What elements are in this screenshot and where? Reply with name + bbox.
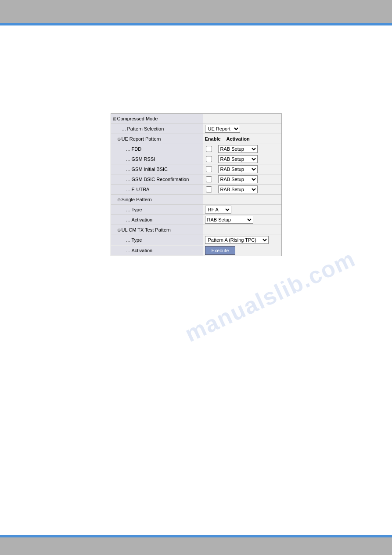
gsm-bsic-reconf-value-cell: RAB Setup Immediate None bbox=[203, 174, 281, 184]
gsm-initial-bsic-enable-col bbox=[205, 166, 213, 172]
ul-cm-tx-label: ⊝ UL CM TX Test Pattern bbox=[111, 225, 203, 235]
single-type-value-cell: RF A RF B bbox=[203, 205, 281, 214]
ue-report-pattern-label: ⊝ UE Report Pattern bbox=[111, 134, 203, 144]
execute-button[interactable]: Execute bbox=[205, 246, 236, 255]
gsm-rssi-enable-col bbox=[205, 156, 213, 162]
fdd-activation-select[interactable]: RAB Setup Immediate None bbox=[218, 145, 258, 153]
gsm-initial-bsic-label: … GSM Initial BSIC bbox=[111, 164, 203, 174]
gsm-rssi-row: … GSM RSSI RAB Setup Immediate None bbox=[111, 154, 281, 164]
ul-type-select[interactable]: Pattern A (Rising TPC) Pattern B (Fallin… bbox=[205, 236, 269, 244]
ul-expand-icon[interactable]: ⊝ bbox=[117, 228, 121, 232]
pattern-selection-select[interactable]: UE Report Predefined bbox=[205, 125, 240, 133]
fdd-row: … FDD RAB Setup Immediate None bbox=[111, 144, 281, 154]
e-utra-enable-col bbox=[205, 186, 213, 192]
gsm-initial-bsic-activation-select[interactable]: RAB Setup Immediate None bbox=[218, 165, 258, 173]
fdd-enable-col bbox=[205, 146, 213, 152]
e-utra-value-cell: RAB Setup Immediate None bbox=[203, 185, 281, 194]
compressed-mode-value bbox=[203, 114, 281, 123]
single-pattern-row: ⊝ Single Pattern bbox=[111, 195, 281, 205]
single-type-label: … Type bbox=[111, 205, 203, 214]
ul-activation-label: … Activation bbox=[111, 246, 203, 255]
fdd-label: … FDD bbox=[111, 144, 203, 154]
ue-expand-icon[interactable]: ⊝ bbox=[117, 137, 121, 141]
single-activation-row: … Activation RAB Setup Immediate None bbox=[111, 215, 281, 225]
ul-type-label: … Type bbox=[111, 235, 203, 245]
tree-panel: ⊞ Compressed Mode … Pattern Selection UE… bbox=[111, 113, 282, 256]
fdd-value-cell: RAB Setup Immediate None bbox=[203, 144, 281, 154]
e-utra-checkbox[interactable] bbox=[206, 186, 212, 192]
ul-activation-row: … Activation Execute bbox=[111, 245, 281, 256]
e-utra-row: … E-UTRA RAB Setup Immediate None bbox=[111, 185, 281, 195]
single-activation-select[interactable]: RAB Setup Immediate None bbox=[205, 216, 253, 224]
single-type-row: … Type RF A RF B bbox=[111, 205, 281, 215]
gsm-rssi-label: … GSM RSSI bbox=[111, 154, 203, 164]
single-expand-icon[interactable]: ⊝ bbox=[117, 197, 121, 202]
pattern-selection-value-cell: UE Report Predefined bbox=[203, 124, 281, 134]
gsm-initial-bsic-value-cell: RAB Setup Immediate None bbox=[203, 164, 281, 174]
e-utra-label: … E-UTRA bbox=[111, 185, 203, 194]
main-content: ⊞ Compressed Mode … Pattern Selection UE… bbox=[0, 25, 392, 535]
gsm-initial-bsic-checkbox[interactable] bbox=[206, 166, 212, 172]
ue-report-pattern-row: ⊝ UE Report Pattern Enable Activation bbox=[111, 134, 281, 144]
ul-activation-value-cell: Execute bbox=[203, 245, 281, 256]
ul-cm-tx-value-cell bbox=[203, 225, 281, 235]
ul-type-row: … Type Pattern A (Rising TPC) Pattern B … bbox=[111, 235, 281, 245]
e-utra-activation-select[interactable]: RAB Setup Immediate None bbox=[218, 185, 258, 193]
activation-header: Activation bbox=[227, 136, 280, 141]
ue-report-header-cell: Enable Activation bbox=[203, 134, 281, 144]
single-activation-value-cell: RAB Setup Immediate None bbox=[203, 215, 281, 225]
gsm-rssi-checkbox[interactable] bbox=[206, 156, 212, 162]
compressed-mode-row: ⊞ Compressed Mode bbox=[111, 114, 281, 124]
fdd-checkbox[interactable] bbox=[206, 146, 212, 152]
gsm-bsic-reconf-checkbox[interactable] bbox=[206, 176, 212, 182]
single-pattern-label: ⊝ Single Pattern bbox=[111, 195, 203, 204]
top-banner bbox=[0, 0, 392, 23]
gsm-bsic-reconf-activation-select[interactable]: RAB Setup Immediate None bbox=[218, 175, 258, 183]
ul-type-value-cell: Pattern A (Rising TPC) Pattern B (Fallin… bbox=[203, 235, 281, 245]
gsm-rssi-activation-select[interactable]: RAB Setup Immediate None bbox=[218, 155, 258, 163]
single-activation-label: … Activation bbox=[111, 215, 203, 225]
gsm-bsic-reconf-enable-col bbox=[205, 176, 213, 182]
single-pattern-value-cell bbox=[203, 195, 281, 204]
single-type-select[interactable]: RF A RF B bbox=[205, 206, 231, 214]
pattern-selection-label: … Pattern Selection bbox=[111, 124, 203, 134]
gsm-initial-bsic-row: … GSM Initial BSIC RAB Setup Immediate N… bbox=[111, 164, 281, 174]
pattern-selection-row: … Pattern Selection UE Report Predefined bbox=[111, 124, 281, 134]
enable-header: Enable bbox=[205, 136, 225, 141]
gsm-rssi-value-cell: RAB Setup Immediate None bbox=[203, 154, 281, 164]
compressed-mode-label: ⊞ Compressed Mode bbox=[111, 114, 203, 123]
gsm-bsic-reconf-label: … GSM BSIC Reconfirmation bbox=[111, 174, 203, 184]
ul-cm-tx-row: ⊝ UL CM TX Test Pattern bbox=[111, 225, 281, 235]
expand-icon[interactable]: ⊞ bbox=[113, 116, 116, 121]
gsm-bsic-reconf-row: … GSM BSIC Reconfirmation RAB Setup Imme… bbox=[111, 174, 281, 185]
bottom-banner bbox=[0, 537, 392, 555]
bottom-banner-blue-line bbox=[0, 535, 392, 537]
